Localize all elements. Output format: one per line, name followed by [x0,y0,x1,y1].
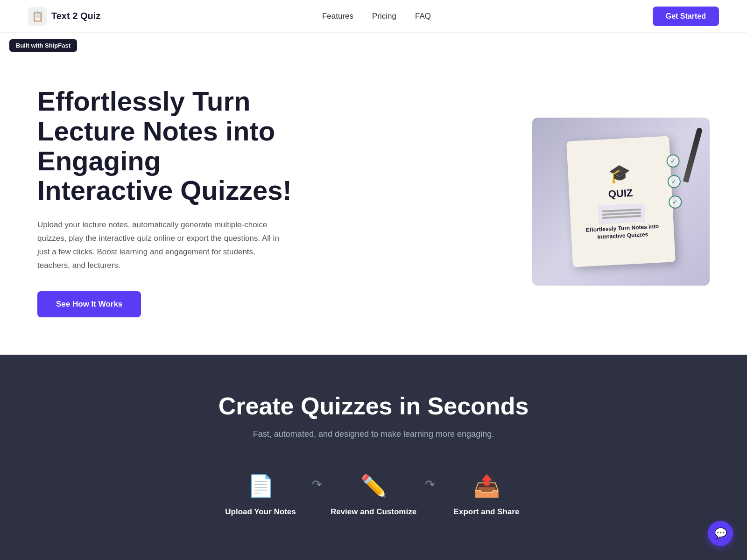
nav-link-pricing[interactable]: Pricing [372,12,396,21]
notebook-icon: 🎓 [608,163,631,185]
steps-row: 📄 Upload Your Notes ↷ ✏️ Review and Cust… [37,472,710,517]
dark-section: Create Quizzes in Seconds Fast, automate… [0,355,747,560]
nav-links: Features Pricing FAQ [322,12,431,21]
nav-link-features[interactable]: Features [322,12,353,21]
arrow-2: ↷ [425,477,435,511]
badge-prefix: Built with [16,42,45,49]
built-with-badge: Built with ShipFast [9,39,77,52]
dark-section-subtitle: Fast, automated, and designed to make le… [37,429,710,439]
brand-logo[interactable]: 📋 Text 2 Quiz [28,7,100,26]
checkmark-3: ✓ [668,196,682,209]
get-started-button[interactable]: Get Started [653,7,719,26]
hero-image: 🎓 QUIZ Effortlessly Turn Notes into Inte… [532,118,710,286]
pen-decoration [683,127,703,183]
hero-title: Effortlessly Turn Lecture Notes into Eng… [37,86,299,205]
step-2: ✏️ Review and Customize [327,472,420,517]
brand-name: Text 2 Quiz [51,11,100,21]
hero-image-mock: 🎓 QUIZ Effortlessly Turn Notes into Inte… [532,118,710,286]
nav-link-faq[interactable]: FAQ [415,12,431,21]
checkmarks-decoration: ✓ ✓ ✓ [666,154,682,209]
hero-subtitle: Upload your lecture notes, automatically… [37,218,280,273]
checkmark-2: ✓ [667,175,681,189]
hero-section: Effortlessly Turn Lecture Notes into Eng… [0,58,747,355]
step-3-label: Export and Share [454,507,520,517]
export-share-icon: 📤 [473,472,500,500]
arrow-1: ↷ [312,477,322,511]
logo-icon: 📋 [28,7,47,26]
badge-brand: ShipFast [45,42,70,49]
upload-notes-icon: 📄 [247,472,274,500]
notebook-mock: 🎓 QUIZ Effortlessly Turn Notes into Inte… [566,136,676,267]
see-how-button[interactable]: See How It Works [37,291,141,317]
notebook-label: Effortlessly Turn Notes into Interactive… [571,223,674,243]
step-2-label: Review and Customize [331,507,416,517]
checkmark-1: ✓ [666,154,680,168]
review-customize-icon: ✏️ [360,472,387,500]
step-3: 📤 Export and Share [440,472,533,517]
chat-button[interactable]: 💬 [708,521,733,546]
navbar: 📋 Text 2 Quiz Features Pricing FAQ Get S… [0,0,747,33]
badge-bar: Built with ShipFast [0,33,747,58]
step-1: 📄 Upload Your Notes [214,472,307,517]
step-1-label: Upload Your Notes [225,507,296,517]
chat-icon: 💬 [714,527,727,539]
dark-section-title: Create Quizzes in Seconds [37,392,710,420]
hero-content: Effortlessly Turn Lecture Notes into Eng… [37,86,299,317]
